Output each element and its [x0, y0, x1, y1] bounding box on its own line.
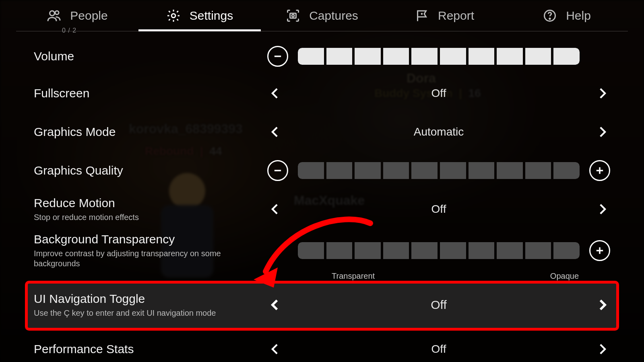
- tab-label: People: [70, 9, 107, 23]
- fullscreen-next-button[interactable]: [594, 85, 610, 101]
- setting-label: Graphics Mode: [34, 125, 267, 139]
- setting-label: Background Transparency: [34, 232, 267, 246]
- setting-volume: Volume: [16, 39, 628, 74]
- gear-icon: [166, 8, 181, 23]
- svg-point-5: [421, 13, 422, 14]
- quality-decrease-button[interactable]: [267, 160, 288, 181]
- setting-sublabel: Improve contrast by adjusting transparen…: [34, 249, 243, 269]
- quality-bar[interactable]: [298, 162, 580, 179]
- tab-bar: People 0 / 2 Settings Captures Report He…: [16, 0, 628, 31]
- tab-people[interactable]: People 0 / 2: [16, 0, 138, 31]
- svg-point-1: [55, 11, 59, 14]
- setting-ui-nav: UI Navigation Toggle Use the Ç key to en…: [16, 280, 628, 330]
- help-icon: [543, 8, 557, 23]
- transparency-increase-button[interactable]: [589, 240, 610, 261]
- svg-point-7: [549, 18, 550, 19]
- tab-label: Settings: [190, 9, 233, 23]
- setting-label: Fullscreen: [34, 86, 267, 100]
- setting-reduce-motion: Reduce Motion Stop or reduce motion effe…: [16, 190, 628, 228]
- ui-nav-next-button[interactable]: [594, 297, 610, 313]
- transparency-left-label: Transparent: [332, 272, 375, 281]
- volume-decrease-button[interactable]: [267, 46, 288, 67]
- transparency-bar[interactable]: [298, 242, 580, 259]
- setting-bg-transparency: Background Transparency Improve contrast…: [16, 228, 628, 280]
- setting-sublabel: Stop or reduce motion effects: [34, 212, 243, 222]
- reduce-motion-value: Off: [283, 203, 594, 216]
- setting-fullscreen: Fullscreen Off: [16, 74, 628, 113]
- graphics-mode-prev-button[interactable]: [267, 124, 283, 140]
- quality-increase-button[interactable]: [589, 160, 610, 181]
- perf-stats-prev-button[interactable]: [267, 341, 283, 357]
- volume-bar[interactable]: [298, 48, 580, 65]
- reduce-motion-prev-button[interactable]: [267, 201, 283, 217]
- setting-sublabel: Use the Ç key to enter and exit UI navig…: [34, 308, 243, 318]
- tab-label: Help: [566, 9, 591, 23]
- fullscreen-value: Off: [283, 87, 594, 100]
- svg-point-4: [292, 14, 294, 17]
- tab-report[interactable]: Report: [383, 0, 506, 31]
- graphics-mode-next-button[interactable]: [594, 124, 610, 140]
- setting-label: Performance Stats: [34, 342, 267, 356]
- tab-help[interactable]: Help: [506, 0, 628, 31]
- graphics-mode-value: Automatic: [283, 125, 594, 138]
- tab-captures[interactable]: Captures: [261, 0, 383, 31]
- tab-label: Captures: [309, 9, 358, 23]
- flag-icon: [415, 8, 429, 23]
- setting-label: UI Navigation Toggle: [34, 292, 267, 306]
- perf-stats-next-button[interactable]: [594, 341, 610, 357]
- tab-settings[interactable]: Settings: [138, 0, 261, 31]
- fullscreen-prev-button[interactable]: [267, 85, 283, 101]
- transparency-right-label: Opaque: [550, 272, 579, 281]
- camera-icon: [286, 8, 300, 23]
- setting-performance-stats: Performance Stats Off: [16, 330, 628, 362]
- svg-point-2: [171, 14, 175, 18]
- setting-graphics-mode: Graphics Mode Automatic: [16, 113, 628, 151]
- perf-stats-value: Off: [283, 343, 594, 356]
- setting-label: Volume: [34, 49, 267, 63]
- tab-label: Report: [438, 9, 474, 23]
- reduce-motion-next-button[interactable]: [594, 201, 610, 217]
- setting-graphics-quality: Graphics Quality: [16, 151, 628, 190]
- ui-nav-prev-button[interactable]: [267, 297, 283, 313]
- setting-label: Graphics Quality: [34, 164, 267, 177]
- settings-list: Volume Fullscreen Off Graphics Mode: [16, 31, 628, 362]
- svg-point-0: [50, 11, 55, 16]
- people-icon: [47, 8, 61, 23]
- setting-label: Reduce Motion: [34, 196, 267, 210]
- ui-nav-value: Off: [283, 298, 594, 312]
